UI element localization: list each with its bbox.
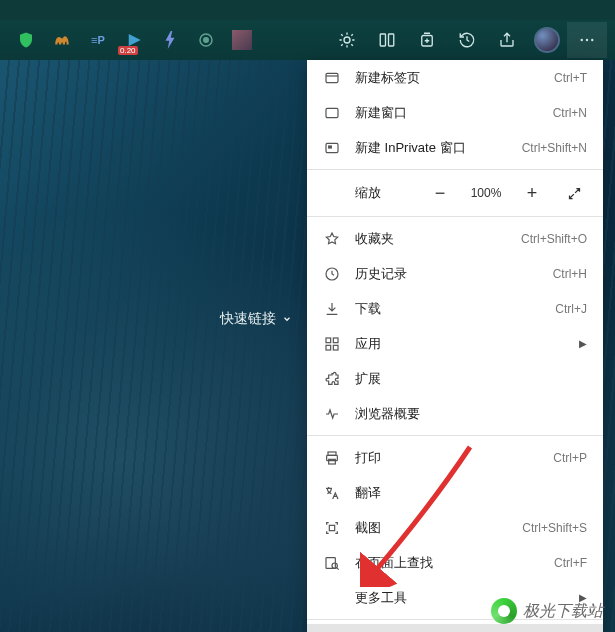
ext-circle-icon[interactable] [188,25,224,55]
svg-rect-20 [329,459,336,464]
apps-icon [323,335,341,353]
menu-shortcut: Ctrl+Shift+N [522,141,587,155]
svg-rect-4 [389,34,394,46]
menu-new-tab[interactable]: 新建标签页 Ctrl+T [307,60,603,95]
chevron-right-icon: ▶ [579,338,587,349]
inprivate-icon [323,139,341,157]
menu-history[interactable]: 历史记录 Ctrl+H [307,256,603,291]
quick-links[interactable]: 快速链接 [220,310,292,328]
share-icon[interactable] [487,22,527,58]
menu-shortcut: Ctrl+J [555,302,587,316]
menu-label: 在页面上查找 [355,554,540,572]
svg-point-2 [344,37,350,43]
svg-rect-21 [329,525,334,530]
ext-avatar-icon[interactable] [224,25,260,55]
svg-rect-9 [326,73,338,82]
menu-zoom: 缩放 − 100% + [307,174,603,212]
menu-label: 截图 [355,519,508,537]
menu-settings[interactable]: 设置 [307,624,603,632]
menu-find[interactable]: 在页面上查找 Ctrl+F [307,545,603,580]
menu-print[interactable]: 打印 Ctrl+P [307,440,603,475]
menu-label: 新建窗口 [355,104,539,122]
profile-avatar[interactable] [527,22,567,58]
menu-shortcut: Ctrl+Shift+O [521,232,587,246]
menu-label: 应用 [355,335,565,353]
svg-point-23 [332,563,337,568]
zoom-in-button[interactable]: + [515,178,549,208]
menu-label: 翻译 [355,484,587,502]
menu-extensions[interactable]: 扩展 [307,361,603,396]
puzzle-icon [323,370,341,388]
chevron-down-icon [282,314,292,324]
menu-shortcut: Ctrl+N [553,106,587,120]
svg-rect-12 [329,146,332,148]
ext-ep-icon[interactable]: ≡P [80,25,116,55]
tab-strip [0,0,615,20]
ext-camel-icon[interactable] [44,25,80,55]
menu-shortcut: Ctrl+P [553,451,587,465]
svg-rect-10 [326,108,338,117]
watermark-logo-icon [491,598,517,624]
menu-label: 新建 InPrivate 窗口 [355,139,508,157]
zoom-label: 缩放 [355,184,415,202]
svg-rect-17 [333,345,338,350]
menu-shortcut: Ctrl+F [554,556,587,570]
pulse-icon [323,405,341,423]
toolbar: ≡P 0.20 [0,20,615,60]
zoom-value: 100% [465,186,507,200]
ext-play-icon[interactable]: 0.20 [116,25,152,55]
find-icon [323,554,341,572]
menu-label: 下载 [355,300,541,318]
menu-button[interactable] [567,22,607,58]
svg-rect-11 [326,143,338,152]
screenshot-icon [323,519,341,537]
quick-links-label: 快速链接 [220,310,276,328]
clock-icon [323,265,341,283]
watermark: 极光下载站 [491,598,603,624]
watermark-text: 极光下载站 [523,601,603,622]
menu-essentials[interactable]: 浏览器概要 [307,396,603,431]
menu-shortcut: Ctrl+T [554,71,587,85]
ext-bolt-icon[interactable] [152,25,188,55]
collections-icon[interactable] [407,22,447,58]
ext-shield-icon[interactable] [8,25,44,55]
svg-rect-16 [326,345,331,350]
window-icon [323,104,341,122]
menu-label: 扩展 [355,370,587,388]
download-icon [323,300,341,318]
menu-apps[interactable]: 应用 ▶ [307,326,603,361]
separator [307,216,603,217]
history-icon[interactable] [447,22,487,58]
menu-new-inprivate[interactable]: 新建 InPrivate 窗口 Ctrl+Shift+N [307,130,603,165]
menu-label: 新建标签页 [355,69,540,87]
ext-badge: 0.20 [118,46,138,55]
menu-new-window[interactable]: 新建窗口 Ctrl+N [307,95,603,130]
svg-point-8 [591,39,593,41]
menu-favorites[interactable]: 收藏夹 Ctrl+Shift+O [307,221,603,256]
svg-rect-14 [326,338,331,343]
svg-point-7 [586,39,588,41]
menu-label: 历史记录 [355,265,539,283]
star-icon [323,230,341,248]
svg-rect-15 [333,338,338,343]
menu-label: 收藏夹 [355,230,507,248]
separator [307,169,603,170]
separator [307,435,603,436]
translate-icon [323,484,341,502]
zoom-out-button[interactable]: − [423,178,457,208]
menu-downloads[interactable]: 下载 Ctrl+J [307,291,603,326]
menu-screenshot[interactable]: 截图 Ctrl+Shift+S [307,510,603,545]
tab-icon [323,69,341,87]
menu-shortcut: Ctrl+H [553,267,587,281]
menu-translate[interactable]: 翻译 [307,475,603,510]
svg-point-1 [204,38,209,43]
svg-rect-3 [380,34,385,46]
avatar [534,27,560,53]
split-screen-icon[interactable] [367,22,407,58]
personalize-icon[interactable] [327,22,367,58]
menu-shortcut: Ctrl+Shift+S [522,521,587,535]
fullscreen-button[interactable] [557,178,591,208]
printer-icon [323,449,341,467]
menu-label: 浏览器概要 [355,405,587,423]
main-menu: 新建标签页 Ctrl+T 新建窗口 Ctrl+N 新建 InPrivate 窗口… [307,60,603,632]
